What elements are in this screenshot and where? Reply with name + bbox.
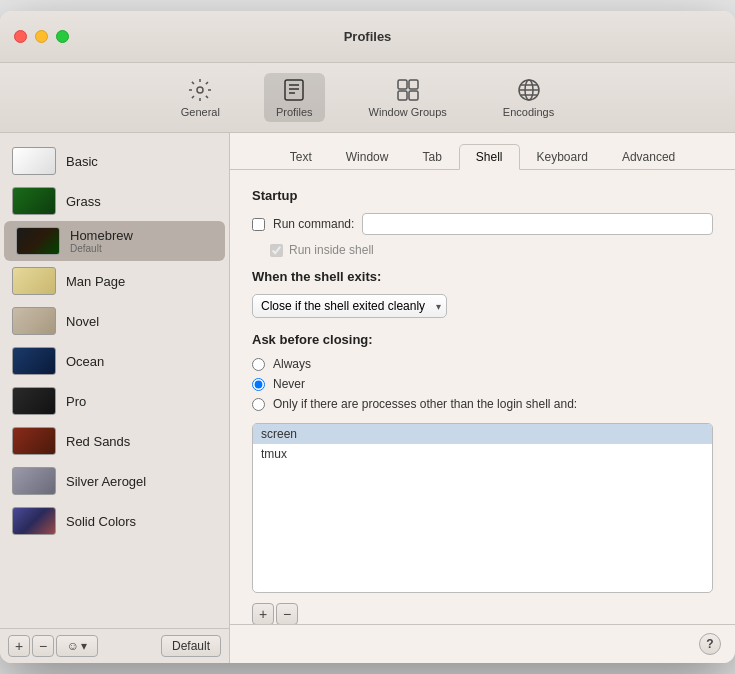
run-command-input[interactable] [362,213,713,235]
profile-thumb-homebrew [16,227,60,255]
tab-bar: Text Window Tab Shell Keyboard Advanced [230,133,735,170]
profile-item-manpage[interactable]: Man Page [0,261,229,301]
content-area: Basic Grass Homebrew Default [0,133,735,663]
profile-item-pro[interactable]: Pro [0,381,229,421]
radio-never-label: Never [273,377,305,391]
when-exits-title: When the shell exits: [252,269,713,284]
set-default-button[interactable]: Default [161,635,221,657]
tab-keyboard[interactable]: Keyboard [520,144,605,170]
radio-only-if-label: Only if there are processes other than t… [273,397,577,411]
add-profile-button[interactable]: + [8,635,30,657]
remove-process-button[interactable]: − [276,603,298,624]
traffic-lights [14,30,69,43]
tab-window[interactable]: Window [329,144,406,170]
toolbar: General Profiles Window Groups [0,63,735,133]
titlebar: Profiles [0,11,735,63]
toolbar-item-profiles[interactable]: Profiles [264,73,325,122]
process-item-screen[interactable]: screen [253,424,712,444]
profile-thumb-ocean [12,347,56,375]
radio-never[interactable] [252,378,265,391]
profile-thumb-silver [12,467,56,495]
profile-item-ocean[interactable]: Ocean [0,341,229,381]
remove-profile-button[interactable]: − [32,635,54,657]
profile-item-basic[interactable]: Basic [0,141,229,181]
close-button[interactable] [14,30,27,43]
toolbar-item-encodings[interactable]: Encodings [491,73,566,122]
profile-thumb-manpage [12,267,56,295]
when-exits-section: When the shell exits: Close if the shell… [252,269,713,318]
svg-rect-8 [409,91,418,100]
radio-always[interactable] [252,358,265,371]
profile-thumb-redsands [12,427,56,455]
add-process-button[interactable]: + [252,603,274,624]
maximize-button[interactable] [56,30,69,43]
profile-info-basic: Basic [66,154,98,169]
shell-panel-content: Startup Run command: Run inside shell Wh… [230,170,735,624]
process-item-tmux[interactable]: tmux [253,444,712,464]
window-title: Profiles [344,29,392,44]
svg-point-0 [197,87,203,93]
profile-item-redsands[interactable]: Red Sands [0,421,229,461]
profile-thumb-basic [12,147,56,175]
sidebar: Basic Grass Homebrew Default [0,133,230,663]
run-inside-shell-label: Run inside shell [289,243,374,257]
profile-item-grass[interactable]: Grass [0,181,229,221]
toolbar-label-window-groups: Window Groups [369,106,447,118]
main-panel: Text Window Tab Shell Keyboard Advanced [230,133,735,663]
profile-item-novel[interactable]: Novel [0,301,229,341]
radio-always-row: Always [252,357,713,371]
ask-before-closing-title: Ask before closing: [252,332,713,347]
toolbar-item-general[interactable]: General [169,73,232,122]
radio-always-label: Always [273,357,311,371]
when-exits-dropdown-row: Close if the shell exited cleanly Always… [252,294,713,318]
profile-item-silver[interactable]: Silver Aerogel [0,461,229,501]
profile-thumb-pro [12,387,56,415]
toolbar-label-general: General [181,106,220,118]
profile-action-button[interactable]: ☺ ▾ [56,635,98,657]
main-window: Profiles General Profiles [0,11,735,663]
profile-thumb-novel [12,307,56,335]
profile-item-homebrew[interactable]: Homebrew Default [4,221,225,261]
svg-rect-5 [398,80,407,89]
help-button[interactable]: ? [699,633,721,655]
tab-advanced[interactable]: Advanced [605,144,692,170]
toolbar-label-profiles: Profiles [276,106,313,118]
panel-bottom-bar: ? [230,624,735,663]
run-command-label: Run command: [273,217,354,231]
toolbar-item-window-groups[interactable]: Window Groups [357,73,459,122]
ask-before-closing-radio-group: Always Never Only if there are processes… [252,357,713,411]
startup-section-title: Startup [252,188,713,203]
run-command-checkbox[interactable] [252,218,265,231]
svg-rect-1 [285,80,303,100]
toolbar-label-encodings: Encodings [503,106,554,118]
process-list-buttons: + − [252,603,713,624]
minimize-button[interactable] [35,30,48,43]
tab-shell[interactable]: Shell [459,144,520,170]
when-exits-select-wrapper: Close if the shell exited cleanly Always… [252,294,447,318]
radio-only-if-row: Only if there are processes other than t… [252,397,713,411]
svg-rect-7 [398,91,407,100]
profile-thumb-grass [12,187,56,215]
profile-item-solid[interactable]: Solid Colors [0,501,229,541]
svg-rect-6 [409,80,418,89]
radio-never-row: Never [252,377,713,391]
run-inside-shell-row: Run inside shell [252,243,713,257]
sidebar-bottom-bar: + − ☺ ▾ Default [0,628,229,663]
run-inside-shell-checkbox[interactable] [270,244,283,257]
when-exits-select[interactable]: Close if the shell exited cleanly Always… [252,294,447,318]
profile-list: Basic Grass Homebrew Default [0,133,229,628]
process-list[interactable]: screen tmux [252,423,713,593]
chevron-down-icon: ▾ [81,639,87,653]
tab-text[interactable]: Text [273,144,329,170]
smiley-icon: ☺ [67,639,79,653]
radio-only-if[interactable] [252,398,265,411]
tab-tab[interactable]: Tab [405,144,458,170]
profile-thumb-solid [12,507,56,535]
run-command-row: Run command: [252,213,713,235]
